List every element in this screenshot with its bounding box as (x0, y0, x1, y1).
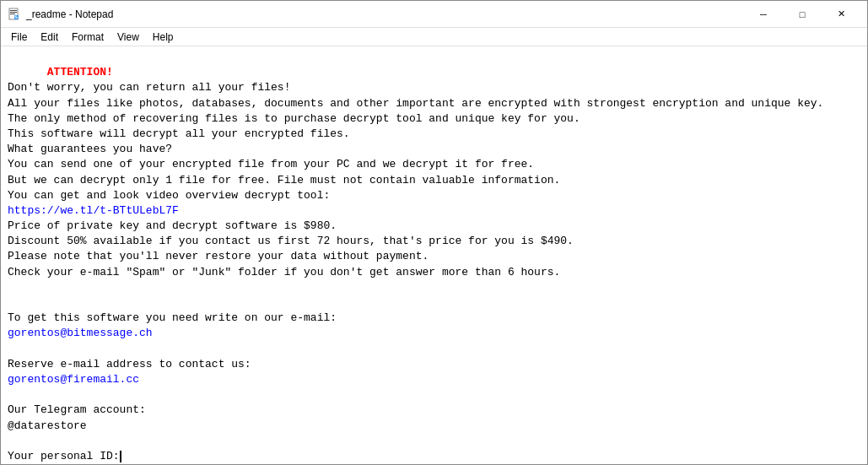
email2-text[interactable]: gorentos@firemail.cc (8, 373, 139, 386)
menu-file[interactable]: File (4, 30, 34, 45)
title-bar-left: _readme - Notepad (8, 8, 113, 21)
title-bar: _readme - Notepad ─ □ ✕ (1, 1, 867, 28)
body-text-4: Reserve e-mail address to contact us: (8, 358, 251, 370)
close-button[interactable]: ✕ (822, 1, 860, 28)
email1-text[interactable]: gorentos@bitmessage.ch (8, 327, 153, 339)
menu-bar: File Edit Format View Help (1, 28, 867, 46)
body-text-2: Don't worry, you can return all your fil… (8, 81, 823, 201)
body-text-5: Our Telegram account: (8, 403, 146, 416)
body-text-6: Your personal ID: (8, 450, 120, 462)
body-text-3: Price of private key and decrypt softwar… (8, 219, 574, 324)
title-bar-controls: ─ □ ✕ (744, 1, 860, 28)
menu-view[interactable]: View (111, 30, 146, 45)
telegram-text: @datarestore (8, 419, 87, 432)
minimize-button[interactable]: ─ (744, 1, 783, 28)
svg-rect-3 (10, 14, 15, 14)
maximize-button[interactable]: □ (783, 1, 822, 28)
menu-format[interactable]: Format (65, 30, 111, 45)
svg-rect-2 (10, 12, 17, 13)
window-title: _readme - Notepad (26, 8, 113, 20)
notepad-content: ATTENTION! Don't worry, you can return a… (8, 50, 860, 464)
text-cursor (120, 451, 121, 462)
attention-text: ATTENTION! (47, 66, 113, 78)
menu-help[interactable]: Help (146, 30, 181, 45)
window: _readme - Notepad ─ □ ✕ File Edit Format… (0, 0, 868, 465)
link-text[interactable]: https://we.tl/t-BTtULebL7F (8, 204, 179, 217)
content-area[interactable]: ATTENTION! Don't worry, you can return a… (1, 46, 867, 464)
notepad-icon (8, 8, 21, 21)
menu-edit[interactable]: Edit (34, 30, 65, 45)
svg-rect-1 (10, 10, 17, 11)
